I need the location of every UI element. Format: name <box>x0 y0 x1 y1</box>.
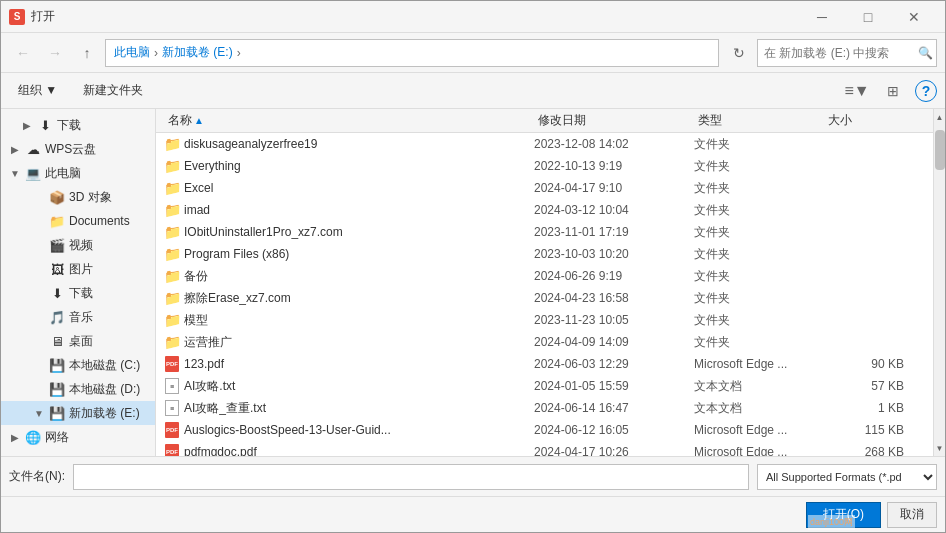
table-row[interactable]: 📁 运营推广 2024-04-09 14:09 文件夹 <box>156 331 933 353</box>
file-icon: ≡ <box>164 378 180 394</box>
scroll-down-arrow[interactable]: ▼ <box>934 440 946 456</box>
sidebar-item-3d[interactable]: 📦 3D 对象 <box>1 185 155 209</box>
table-row[interactable]: 📁 Everything 2022-10-13 9:19 文件夹 <box>156 155 933 177</box>
scroll-up-arrow[interactable]: ▲ <box>934 109 946 125</box>
file-size: 57 KB <box>824 379 904 393</box>
cancel-button[interactable]: 取消 <box>887 502 937 528</box>
path-current[interactable]: 新加载卷 (E:) <box>162 44 233 61</box>
maximize-button[interactable]: □ <box>845 1 891 33</box>
tree-arrow <box>9 431 21 443</box>
back-button[interactable]: ← <box>9 39 37 67</box>
app-icon: S <box>9 9 25 25</box>
sidebar-item-desktop[interactable]: 🖥 桌面 <box>1 329 155 353</box>
col-header-date[interactable]: 修改日期 <box>534 109 694 132</box>
search-box[interactable]: 🔍 <box>757 39 937 67</box>
file-name: AI攻略_查重.txt <box>184 400 534 417</box>
sidebar-item-diske[interactable]: 💾 新加载卷 (E:) <box>1 401 155 425</box>
filetype-select[interactable]: All Supported Formats (*.pd <box>757 464 937 490</box>
tree-arrow <box>9 167 21 179</box>
file-date: 2024-04-09 14:09 <box>534 335 694 349</box>
file-name: pdfmgdoc.pdf <box>184 445 534 456</box>
file-size: 115 KB <box>824 423 904 437</box>
table-row[interactable]: ≡ AI攻略.txt 2024-01-05 15:59 文本文档 57 KB <box>156 375 933 397</box>
sidebar-item-music[interactable]: 🎵 音乐 <box>1 305 155 329</box>
table-row[interactable]: PDF pdfmgdoc.pdf 2024-04-17 10:26 Micros… <box>156 441 933 456</box>
file-name: 擦除Erase_xz7.com <box>184 290 534 307</box>
table-row[interactable]: 📁 imad 2024-03-12 10:04 文件夹 <box>156 199 933 221</box>
close-button[interactable]: ✕ <box>891 1 937 33</box>
path-root[interactable]: 此电脑 <box>114 44 150 61</box>
scroll-thumb[interactable] <box>935 130 945 170</box>
file-date: 2022-10-13 9:19 <box>534 159 694 173</box>
file-type: Microsoft Edge ... <box>694 423 824 437</box>
file-type: 文件夹 <box>694 246 824 263</box>
forward-button[interactable]: → <box>41 39 69 67</box>
file-type: 文件夹 <box>694 268 824 285</box>
sidebar-item-diskc[interactable]: 💾 本地磁盘 (C:) <box>1 353 155 377</box>
file-type: 文件夹 <box>694 224 824 241</box>
file-type: 文件夹 <box>694 312 824 329</box>
table-row[interactable]: 📁 擦除Erase_xz7.com 2024-04-23 16:58 文件夹 <box>156 287 933 309</box>
search-input[interactable] <box>764 46 914 60</box>
view-list-button[interactable]: ≡▼ <box>843 77 871 105</box>
file-date: 2024-04-17 10:26 <box>534 445 694 456</box>
file-name: 123.pdf <box>184 357 534 371</box>
file-type: 文件夹 <box>694 202 824 219</box>
file-icon: PDF <box>164 422 180 438</box>
action-bar: 打开(O) 取消 <box>1 496 945 532</box>
right-scrollbar[interactable]: ▲ ▼ <box>933 109 945 456</box>
sidebar-item-network[interactable]: 🌐 网络 <box>1 425 155 449</box>
sidebar-item-thispc[interactable]: 💻 此电脑 <box>1 161 155 185</box>
up-button[interactable]: ↑ <box>73 39 101 67</box>
sidebar-item-pictures[interactable]: 🖼 图片 <box>1 257 155 281</box>
file-date: 2024-04-17 9:10 <box>534 181 694 195</box>
file-date: 2023-11-23 10:05 <box>534 313 694 327</box>
sidebar-item-video[interactable]: 🎬 视频 <box>1 233 155 257</box>
search-icon: 🔍 <box>918 46 933 60</box>
file-icon: PDF <box>164 356 180 372</box>
organize-button[interactable]: 组织 ▼ <box>9 77 66 105</box>
file-name: diskusageanalyzerfree19 <box>184 137 534 151</box>
scroll-track[interactable] <box>934 125 946 440</box>
table-row[interactable]: PDF 123.pdf 2024-06-03 12:29 Microsoft E… <box>156 353 933 375</box>
file-icon: 📁 <box>164 290 180 306</box>
music-icon: 🎵 <box>49 309 65 325</box>
col-header-type[interactable]: 类型 <box>694 109 824 132</box>
file-icon: 📁 <box>164 312 180 328</box>
file-date: 2024-06-14 16:47 <box>534 401 694 415</box>
filename-input[interactable] <box>73 464 749 490</box>
titlebar: S 打开 ─ □ ✕ <box>1 1 945 33</box>
minimize-button[interactable]: ─ <box>799 1 845 33</box>
download2-icon: ⬇ <box>49 285 65 301</box>
file-size: 268 KB <box>824 445 904 456</box>
file-icon: ≡ <box>164 400 180 416</box>
refresh-button[interactable]: ↻ <box>725 39 753 67</box>
file-type: 文本文档 <box>694 378 824 395</box>
col-header-name[interactable]: 名称 ▲ <box>164 109 534 132</box>
sidebar-item-download2[interactable]: ⬇ 下载 <box>1 281 155 305</box>
table-row[interactable]: 📁 diskusageanalyzerfree19 2023-12-08 14:… <box>156 133 933 155</box>
window-controls: ─ □ ✕ <box>799 1 937 33</box>
view-grid-button[interactable]: ⊞ <box>879 77 907 105</box>
table-row[interactable]: 📁 Program Files (x86) 2023-10-03 10:20 文… <box>156 243 933 265</box>
address-bar: ← → ↑ 此电脑 › 新加载卷 (E:) › ↻ 🔍 <box>1 33 945 73</box>
col-header-size[interactable]: 大小 <box>824 109 904 132</box>
table-row[interactable]: 📁 模型 2023-11-23 10:05 文件夹 <box>156 309 933 331</box>
new-folder-button[interactable]: 新建文件夹 <box>74 77 152 105</box>
file-type: 文件夹 <box>694 180 824 197</box>
table-row[interactable]: 📁 IObitUninstaller1Pro_xz7.com 2023-11-0… <box>156 221 933 243</box>
main-content: ⬇ 下载 ☁ WPS云盘 💻 此电脑 📦 3D 对象 <box>1 109 945 456</box>
table-row[interactable]: 📁 Excel 2024-04-17 9:10 文件夹 <box>156 177 933 199</box>
table-row[interactable]: ≡ AI攻略_查重.txt 2024-06-14 16:47 文本文档 1 KB <box>156 397 933 419</box>
file-date: 2023-11-01 17:19 <box>534 225 694 239</box>
table-row[interactable]: PDF Auslogics-BoostSpeed-13-User-Guid...… <box>156 419 933 441</box>
sidebar-item-documents[interactable]: 📁 Documents <box>1 209 155 233</box>
address-path[interactable]: 此电脑 › 新加载卷 (E:) › <box>105 39 719 67</box>
sidebar-item-wps[interactable]: ☁ WPS云盘 <box>1 137 155 161</box>
3d-icon: 📦 <box>49 189 65 205</box>
file-name: Excel <box>184 181 534 195</box>
table-row[interactable]: 📁 备份 2024-06-26 9:19 文件夹 <box>156 265 933 287</box>
help-button[interactable]: ? <box>915 80 937 102</box>
sidebar-item-diskd[interactable]: 💾 本地磁盘 (D:) <box>1 377 155 401</box>
sidebar-item-download[interactable]: ⬇ 下载 <box>1 113 155 137</box>
